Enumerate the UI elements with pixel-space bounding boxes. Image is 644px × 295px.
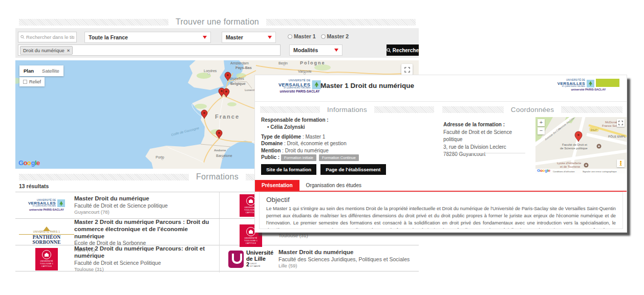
address-line3: 78280 Guyancourt xyxy=(443,151,528,158)
result-title: Master 2 Droit du numérique Parcours: dr… xyxy=(74,245,219,260)
informations-title: Informations xyxy=(327,106,367,114)
keyword-search-field[interactable] xyxy=(18,32,77,42)
road-badge: D127 xyxy=(591,128,597,131)
informations-header: Informations xyxy=(260,106,434,114)
map-label-amsterdam: Amsterdam xyxy=(230,61,249,65)
result-org: Faculté des Sciences Juridiques, Politiq… xyxy=(278,256,410,263)
google-logo: Google xyxy=(537,168,550,173)
uvsq-logo: UNIVERSITÉ DEVERSAILLESST-QUENTIN-EN-YVE… xyxy=(278,80,321,94)
map-label-porto: Porto xyxy=(156,155,164,159)
uvsq-tree-icon xyxy=(57,199,65,207)
map-label-pologne: Pologne xyxy=(300,60,326,65)
info-buttons: Site de la formation Page de l'établisse… xyxy=(261,164,386,175)
minimap-fullscreen-button[interactable] xyxy=(617,119,625,127)
badge-formation-initiale: Formation initiale xyxy=(281,154,316,161)
address-line2: 3, rue de la Division Leclerc xyxy=(443,144,528,151)
map-fullscreen-button[interactable] xyxy=(401,64,413,75)
map-relief-toggle[interactable]: Relief xyxy=(19,77,45,86)
map-label-barcelone: Barcelone xyxy=(216,154,232,157)
map-label-andorre: Andorre xyxy=(214,149,226,152)
lille-logo: Universitéde Lille2DROITET SANTÉ xyxy=(223,250,278,268)
minimap-zoom-out-button[interactable]: − xyxy=(538,127,545,134)
hatch-left xyxy=(19,19,168,26)
formation-detail-panel: UNIVERSITÉ DEVERSAILLESST-QUENTIN-EN-YVE… xyxy=(254,75,627,233)
page: Trouver une formation Toute la France Ma… xyxy=(0,0,644,295)
remove-tag-icon[interactable]: × xyxy=(67,48,70,53)
page-title-row: Trouver une formation xyxy=(19,17,416,27)
presentation-content: Objectif Le Master 1 qui s'intègre au se… xyxy=(259,192,623,229)
checkbox-icon xyxy=(23,80,27,84)
capitole-emblem-icon xyxy=(42,250,51,259)
level-select[interactable]: Master xyxy=(222,32,276,43)
faculty-label2: de Science politique xyxy=(560,147,588,150)
radio-icon xyxy=(288,34,292,39)
result-item-uvsq[interactable]: UNIVERSITÉ DEVERSAILLESST-QUENTIN-EN-YVE… xyxy=(15,192,219,218)
chevron-down-icon xyxy=(203,36,207,39)
map-plan-button[interactable]: Plan xyxy=(19,65,38,76)
result-city: Lille (59) xyxy=(278,263,410,269)
result-city: Toulouse (31) xyxy=(278,233,308,239)
faculty-label1: Faculté de Droit et xyxy=(562,143,587,146)
uvsq-tree-icon xyxy=(587,80,594,87)
detail-tabs: Présentation Organisation des études xyxy=(255,180,627,192)
lycee-label2: et de Tourisme xyxy=(560,165,581,168)
page-etablissement-button[interactable]: Page de l'établissement xyxy=(320,164,385,175)
pole-label: PÔLE EMPL xyxy=(608,135,626,138)
search-button[interactable]: Recherche xyxy=(387,44,419,56)
site-formation-button[interactable]: Site de la formation xyxy=(261,164,316,175)
responsable-value: • Célia Zolynski xyxy=(267,124,435,130)
objectif-heading: Objectif xyxy=(266,196,616,203)
result-title: Master Droit du numérique xyxy=(278,249,410,256)
dome-icon xyxy=(43,226,50,231)
keyword-search-input[interactable] xyxy=(26,34,74,40)
tab-organisation[interactable]: Organisation des études xyxy=(299,180,368,191)
map-label-bruxelles: Bruxelles xyxy=(229,77,244,80)
chevron-down-icon xyxy=(334,49,338,52)
pegman-icon[interactable] xyxy=(617,160,625,167)
results-count: 13 résultats xyxy=(19,183,49,189)
minimap-zoom-in-button[interactable]: + xyxy=(538,119,545,126)
mention-value: : Droit du numérique xyxy=(281,148,328,153)
panel-title: Master 1 Droit du numérique xyxy=(320,82,414,89)
master-radio-group: Master 1 Master 2 xyxy=(288,33,349,39)
address-separator xyxy=(443,153,525,153)
tag-input-field[interactable]: Droit du numérique × xyxy=(18,44,281,56)
minimap-report-link[interactable]: Signaler une erreur cartographique xyxy=(583,170,617,173)
responsable-label: Responsable de formation : xyxy=(261,117,435,123)
result-title: Master 2 Droit du numérique Parcours : D… xyxy=(74,219,219,240)
minimap-conditions-link[interactable]: Conditions d'utilisation xyxy=(553,170,575,173)
map-label-varsovie: Varsovie xyxy=(298,70,312,73)
master2-radio[interactable]: Master 2 xyxy=(321,33,349,39)
address-label: Adresse de la formation : xyxy=(443,121,528,129)
uvsq-faculty-logo: UNIVERSITÉ DEVERSAILLESST-QUENTIN-EN-YVE… xyxy=(557,79,619,92)
map-label-france: France xyxy=(215,114,240,120)
type-label: Type de diplôme xyxy=(261,134,301,140)
result-item-toulouse-3[interactable]: UNIVERSITÉTOULOUSE 1CAPITOLE Master 2 Dr… xyxy=(15,245,219,273)
tab-presentation[interactable]: Présentation xyxy=(255,180,299,191)
pantheon-sorbonne-logo: UNIVERSITÉ PARIS 1PANTHÉON SORBONNE xyxy=(19,226,74,245)
search-tag: Droit du numérique × xyxy=(20,46,73,55)
toulouse-capitole-logo: UNIVERSITÉTOULOUSE 1CAPITOLE xyxy=(19,248,74,270)
result-title: Master Droit du numérique xyxy=(74,195,168,202)
region-select[interactable]: Toute la France xyxy=(84,32,211,43)
result-item-lille[interactable]: Universitéde Lille2DROITET SANTÉ Master … xyxy=(219,245,419,273)
hatch-left xyxy=(19,174,189,180)
public-label: Public : xyxy=(261,154,281,160)
map-satellite-button[interactable]: Satellite xyxy=(38,65,63,76)
map-type-control: Plan Satellite xyxy=(19,65,63,76)
coordonnees-title: Coordonnées xyxy=(511,106,554,114)
location-minimap[interactable]: Avenue du Ctre Avenue du Ctre D127 McDon… xyxy=(535,117,627,173)
google-logo: Google xyxy=(18,159,40,167)
search-icon xyxy=(387,48,391,53)
address-line1: Faculté de Droit et de Science politique xyxy=(443,129,528,144)
uvsq-logo: UNIVERSITÉ DEVERSAILLESST-QUENTIN-EN-YVE… xyxy=(19,199,74,212)
master1-radio[interactable]: Master 1 xyxy=(288,33,316,39)
modalites-select[interactable]: Modalités xyxy=(289,44,342,56)
badge-formation-continue: Formation Continue xyxy=(319,154,359,161)
panel-header: UNIVERSITÉ DEVERSAILLESST-QUENTIN-EN-YVE… xyxy=(255,75,627,102)
lycee-label1: Lycée d'Hôtellerie xyxy=(557,162,582,165)
objectif-body: Le Master 1 qui s'intègre au sein des me… xyxy=(266,206,616,229)
result-org: Faculté de Droit et Science Politique xyxy=(74,260,219,266)
mcdo-label: McDonal xyxy=(605,121,617,124)
minimap-canvas: Avenue du Ctre Avenue du Ctre D127 McDon… xyxy=(535,117,627,173)
